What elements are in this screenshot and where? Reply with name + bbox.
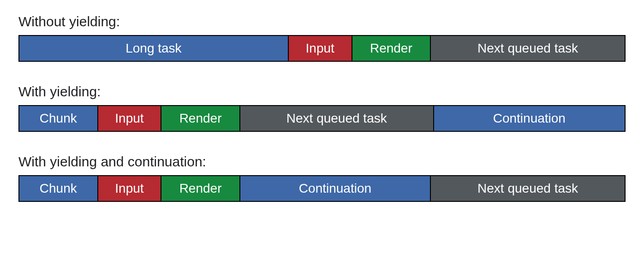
- segment-continuation: Continuation: [434, 106, 625, 131]
- section-title: With yielding:: [18, 84, 626, 100]
- segment-next-queued: Next queued task: [431, 36, 625, 61]
- segment-render: Render: [161, 106, 240, 131]
- section-without-yielding: Without yielding: Long task Input Render…: [18, 14, 626, 62]
- segment-next-queued: Next queued task: [431, 176, 625, 201]
- segment-render: Render: [352, 36, 431, 61]
- timeline-bar: Chunk Input Render Continuation Next que…: [18, 175, 626, 202]
- section-with-yielding: With yielding: Chunk Input Render Next q…: [18, 84, 626, 132]
- section-title: With yielding and continuation:: [18, 154, 626, 170]
- segment-next-queued: Next queued task: [240, 106, 434, 131]
- section-with-yielding-continuation: With yielding and continuation: Chunk In…: [18, 154, 626, 202]
- timeline-bar: Chunk Input Render Next queued task Cont…: [18, 105, 626, 132]
- timeline-bar: Long task Input Render Next queued task: [18, 35, 626, 62]
- segment-long-task: Long task: [19, 36, 289, 61]
- segment-input: Input: [98, 176, 162, 201]
- segment-continuation: Continuation: [240, 176, 431, 201]
- section-title: Without yielding:: [18, 14, 626, 29]
- segment-chunk: Chunk: [19, 106, 98, 131]
- segment-render: Render: [161, 176, 240, 201]
- segment-chunk: Chunk: [19, 176, 98, 201]
- segment-input: Input: [98, 106, 162, 131]
- segment-input: Input: [289, 36, 352, 61]
